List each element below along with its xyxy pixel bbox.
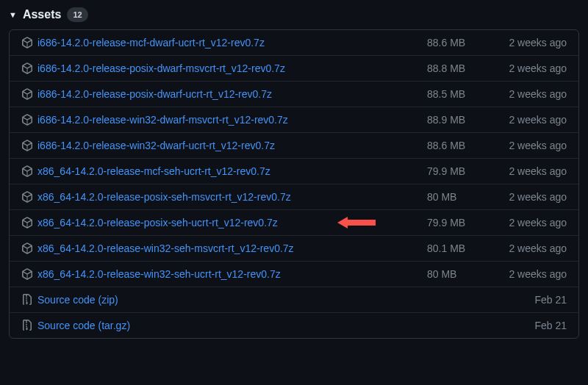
asset-link[interactable]: Source code (tar.gz) [37, 320, 130, 331]
asset-link[interactable]: x86_64-14.2.0-release-posix-seh-ucrt-rt_… [37, 217, 278, 229]
package-icon [21, 88, 33, 100]
asset-date: 2 weeks ago [486, 114, 567, 126]
file-zip-icon [21, 320, 33, 331]
assets-count-badge: 12 [67, 7, 87, 22]
asset-left: x86_64-14.2.0-release-posix-seh-ucrt-rt_… [21, 217, 420, 229]
asset-row: x86_64-14.2.0-release-win32-seh-msvcrt-r… [10, 235, 578, 261]
asset-row: i686-14.2.0-release-win32-dwarf-ucrt-rt_… [10, 132, 578, 158]
asset-date: 2 weeks ago [486, 140, 567, 151]
package-icon [21, 140, 33, 151]
asset-date: Feb 21 [486, 294, 567, 306]
asset-left: i686-14.2.0-release-win32-dwarf-ucrt-rt_… [21, 140, 420, 151]
asset-date: 2 weeks ago [486, 88, 567, 100]
asset-date: Feb 21 [486, 320, 567, 331]
package-icon [21, 37, 33, 48]
asset-row: Source code (tar.gz)Feb 21 [10, 312, 578, 338]
asset-date: 2 weeks ago [486, 242, 567, 254]
asset-row: i686-14.2.0-release-mcf-dwarf-ucrt-rt_v1… [10, 30, 578, 55]
asset-left: x86_64-14.2.0-release-win32-seh-msvcrt-r… [21, 242, 420, 254]
asset-left: x86_64-14.2.0-release-posix-seh-msvcrt-r… [21, 191, 420, 203]
asset-date: 2 weeks ago [486, 62, 567, 74]
package-icon [21, 191, 33, 203]
assets-list: i686-14.2.0-release-mcf-dwarf-ucrt-rt_v1… [9, 29, 579, 339]
package-icon [21, 114, 33, 126]
file-zip-icon [21, 294, 33, 306]
asset-link[interactable]: i686-14.2.0-release-win32-dwarf-msvcrt-r… [37, 114, 288, 126]
asset-row: i686-14.2.0-release-win32-dwarf-msvcrt-r… [10, 107, 578, 132]
caret-down-icon: ▼ [9, 10, 17, 19]
asset-row: x86_64-14.2.0-release-win32-seh-ucrt-rt_… [10, 261, 578, 287]
asset-left: i686-14.2.0-release-mcf-dwarf-ucrt-rt_v1… [21, 37, 420, 48]
asset-size: 88.5 MB [420, 88, 486, 100]
asset-size: 79.9 MB [420, 217, 486, 229]
package-icon [21, 268, 33, 280]
asset-row: i686-14.2.0-release-posix-dwarf-msvcrt-r… [10, 55, 578, 81]
asset-size: 88.9 MB [420, 114, 486, 126]
asset-link[interactable]: i686-14.2.0-release-posix-dwarf-msvcrt-r… [37, 62, 285, 74]
asset-row: x86_64-14.2.0-release-posix-seh-ucrt-rt_… [10, 209, 578, 235]
package-icon [21, 165, 33, 177]
package-icon [21, 217, 33, 229]
asset-date: 2 weeks ago [486, 268, 567, 280]
asset-row: x86_64-14.2.0-release-mcf-seh-ucrt-rt_v1… [10, 158, 578, 184]
asset-link[interactable]: x86_64-14.2.0-release-win32-seh-msvcrt-r… [37, 242, 294, 254]
asset-row: i686-14.2.0-release-posix-dwarf-ucrt-rt_… [10, 81, 578, 107]
asset-link[interactable]: x86_64-14.2.0-release-posix-seh-msvcrt-r… [37, 191, 291, 203]
asset-date: 2 weeks ago [486, 191, 567, 203]
asset-size: 79.9 MB [420, 165, 486, 177]
asset-row: Source code (zip)Feb 21 [10, 287, 578, 312]
asset-size: 88.8 MB [420, 62, 486, 74]
asset-left: x86_64-14.2.0-release-win32-seh-ucrt-rt_… [21, 268, 420, 280]
asset-size: 80 MB [420, 191, 486, 203]
asset-link[interactable]: x86_64-14.2.0-release-mcf-seh-ucrt-rt_v1… [37, 165, 270, 177]
assets-header-toggle[interactable]: ▼ Assets 12 [9, 4, 579, 29]
asset-link[interactable]: i686-14.2.0-release-mcf-dwarf-ucrt-rt_v1… [37, 37, 265, 48]
package-icon [21, 242, 33, 254]
asset-left: Source code (zip) [21, 294, 420, 306]
asset-left: Source code (tar.gz) [21, 320, 420, 331]
asset-size: 88.6 MB [420, 37, 486, 48]
asset-left: i686-14.2.0-release-win32-dwarf-msvcrt-r… [21, 114, 420, 126]
asset-left: i686-14.2.0-release-posix-dwarf-msvcrt-r… [21, 62, 420, 74]
asset-left: i686-14.2.0-release-posix-dwarf-ucrt-rt_… [21, 88, 420, 100]
package-icon [21, 62, 33, 74]
asset-left: x86_64-14.2.0-release-mcf-seh-ucrt-rt_v1… [21, 165, 420, 177]
asset-row: x86_64-14.2.0-release-posix-seh-msvcrt-r… [10, 184, 578, 209]
asset-date: 2 weeks ago [486, 37, 567, 48]
asset-size: 80.1 MB [420, 242, 486, 254]
asset-date: 2 weeks ago [486, 217, 567, 229]
asset-link[interactable]: i686-14.2.0-release-win32-dwarf-ucrt-rt_… [37, 140, 275, 151]
asset-size: 88.6 MB [420, 140, 486, 151]
asset-link[interactable]: i686-14.2.0-release-posix-dwarf-ucrt-rt_… [37, 88, 272, 100]
asset-size: 80 MB [420, 268, 486, 280]
asset-link[interactable]: x86_64-14.2.0-release-win32-seh-ucrt-rt_… [37, 268, 281, 280]
asset-date: 2 weeks ago [486, 165, 567, 177]
asset-link[interactable]: Source code (zip) [37, 294, 118, 306]
assets-title: Assets [23, 8, 61, 21]
